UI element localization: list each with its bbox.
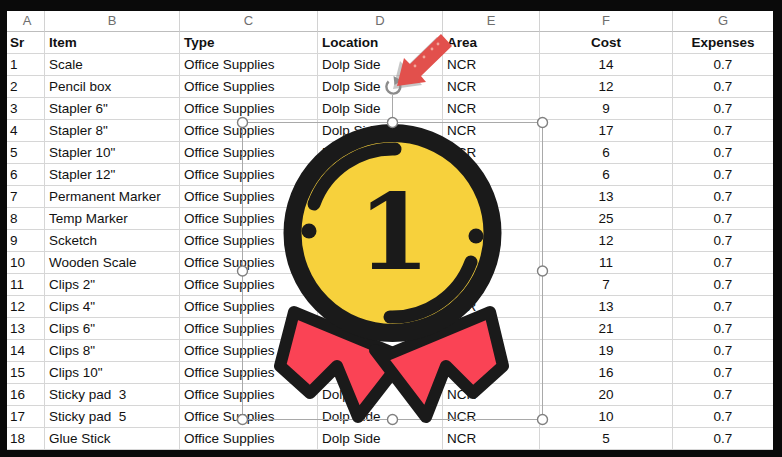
medal-shine-dot-left [302, 224, 317, 239]
selection-overlay: 1 [0, 0, 782, 457]
medal-numeral: 1 [358, 171, 430, 294]
selection-handle-top-right[interactable] [538, 118, 548, 128]
selection-handle-top-middle[interactable] [388, 118, 398, 128]
first-place-medal-image[interactable]: 1 [280, 133, 503, 417]
screenshot-frame: ABCDEFG SrItemTypeLocationAreaCostExpens… [0, 0, 782, 457]
selection-handle-bottom-left[interactable] [238, 415, 248, 425]
selection-handle-bottom-right[interactable] [538, 415, 548, 425]
selection-handle-bottom-middle[interactable] [388, 415, 398, 425]
selection-handle-middle-left[interactable] [238, 266, 248, 276]
red-arrow-pointer-icon [393, 34, 452, 89]
selection-handle-top-left[interactable] [238, 118, 248, 128]
selection-handle-middle-right[interactable] [538, 266, 548, 276]
medal-shine-dot-right [469, 229, 484, 244]
